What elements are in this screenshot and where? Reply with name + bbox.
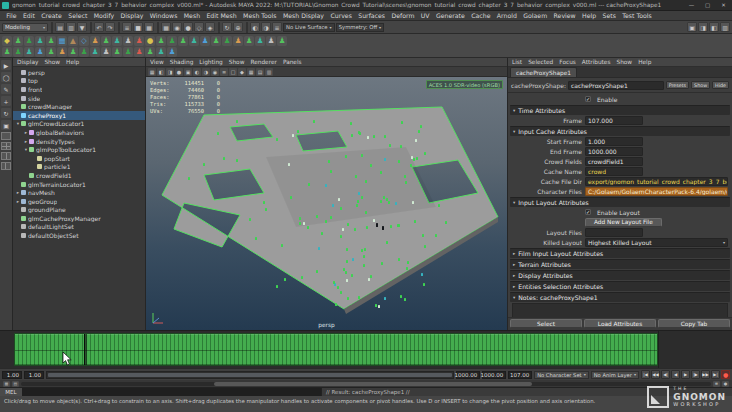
anim-layer-dropdown[interactable]: No Anim Layer ▾ (591, 371, 639, 379)
section-header-entities-selection-attributes[interactable]: ▸Entities Selection Attributes (510, 281, 730, 291)
play-backwards-button[interactable]: ◀ (671, 370, 680, 379)
lasso-tool-icon[interactable]: ◯ (1, 72, 11, 82)
crowd-agent[interactable] (367, 136, 369, 139)
start-frame-field[interactable]: 1.000 (585, 137, 643, 146)
crowd-agent[interactable] (299, 222, 301, 225)
crowd-pair-icon[interactable]: ♟ (266, 36, 276, 46)
crowd-agent[interactable] (340, 235, 342, 238)
playback-start-field[interactable]: 1.00 (24, 371, 44, 379)
crowd-agent[interactable] (351, 134, 353, 137)
pose-push-icon[interactable]: ♟ (112, 47, 122, 57)
golaem-navmesh-icon[interactable]: ◇ (79, 36, 89, 46)
crowd-agent[interactable] (332, 204, 334, 207)
crowd-agent[interactable] (405, 181, 407, 184)
isolate-select-icon[interactable]: ◧ (157, 68, 165, 76)
crowd-cheer-icon[interactable]: ♟ (233, 36, 243, 46)
crowd-agent[interactable] (381, 262, 383, 265)
rotate-tool-icon[interactable]: ↻ (1, 108, 11, 118)
menu-windows[interactable]: Windows (147, 12, 181, 19)
crowd-agent[interactable] (359, 132, 361, 135)
menu-edit[interactable]: Edit (20, 12, 38, 19)
auto-keyframe-toggle[interactable]: ● (721, 370, 730, 379)
paint-select-tool-icon[interactable]: ✎ (1, 84, 11, 94)
pose-fall-icon[interactable]: ♟ (145, 47, 155, 57)
snap-point-icon[interactable]: ● (183, 22, 193, 32)
crowd-agent[interactable] (281, 244, 283, 247)
pose-jump-icon[interactable]: ♟ (35, 47, 45, 57)
outliner-item-defaultlightset[interactable]: defaultLightSet (13, 223, 145, 232)
construction-history-icon[interactable]: ↻ (222, 22, 232, 32)
crowd-agent[interactable] (318, 247, 320, 250)
menu-sets[interactable]: Sets (599, 12, 619, 19)
hide-button[interactable]: Hide (712, 81, 729, 89)
crowd-idle-icon[interactable]: ♟ (189, 36, 199, 46)
crowd-agent[interactable] (390, 225, 392, 228)
crowd-agent[interactable] (445, 221, 447, 224)
golaem-locator-icon[interactable]: ♟ (156, 36, 166, 46)
golaem-traffic-icon[interactable]: ♟ (90, 36, 100, 46)
crowd-agent[interactable] (342, 228, 344, 231)
viewport-canvas[interactable]: Verts:1144510Edges:744600Faces:778610Tri… (146, 77, 507, 330)
golaem-cache-proxy-icon[interactable]: ♟ (123, 36, 133, 46)
crowd-agent[interactable] (383, 196, 385, 199)
golaem-terrain-icon[interactable]: ▲ (68, 36, 78, 46)
golaem-behavior-editor-icon[interactable]: ♟ (101, 36, 111, 46)
golaem-about-icon[interactable]: ◆ (2, 36, 12, 46)
two-pane-layout-button[interactable] (1, 152, 11, 160)
crowd-agent[interactable] (290, 196, 292, 199)
outliner-item-defaultobjectset[interactable]: defaultObjectSet (13, 231, 145, 240)
outliner-item-crowdmanager[interactable]: crowdManager (13, 102, 145, 111)
menu-surfaces[interactable]: Surfaces (355, 12, 388, 19)
crowd-agent[interactable] (345, 271, 347, 274)
crowd-agent[interactable] (406, 267, 408, 270)
cached-frames-timeline[interactable] (14, 333, 658, 366)
ae-menu-attributes[interactable]: Attributes (582, 59, 611, 65)
menu-uv[interactable]: UV (418, 12, 433, 19)
pose-crouch-icon[interactable]: ♟ (46, 47, 56, 57)
crowd-agent[interactable] (357, 200, 359, 203)
crowd-agent[interactable] (400, 145, 402, 148)
close-button[interactable]: ✕ (717, 1, 730, 10)
pose-dance-icon[interactable]: ♟ (79, 47, 89, 57)
menu-edit-mesh[interactable]: Edit Mesh (203, 12, 240, 19)
section-header-terrain-attributes[interactable]: ▸Terrain Attributes (510, 259, 730, 269)
outliner-item-glmterrainlocator1[interactable]: glmTerrainLocator1 (13, 180, 145, 189)
redo-icon[interactable]: ↷ (105, 22, 115, 32)
playback-end-field[interactable]: 1000.00 (456, 371, 480, 379)
crowd-agent[interactable] (378, 305, 380, 308)
crowd-agent[interactable] (412, 201, 414, 204)
toggle-channel-box-icon[interactable]: ▥ (720, 22, 730, 32)
add-new-layout-file-button[interactable]: Add New Layout File (585, 218, 662, 227)
viewport-menu-renderer[interactable]: Renderer (250, 59, 276, 65)
select-object-icon[interactable]: ■ (133, 22, 143, 32)
menu-arnold[interactable]: Arnold (494, 12, 520, 19)
crowd-agent[interactable] (361, 196, 363, 199)
go-to-start-button[interactable]: |◀ (641, 370, 650, 379)
film-gate-icon[interactable]: ▤ (256, 68, 264, 76)
menu-mesh-tools[interactable]: Mesh Tools (240, 12, 280, 19)
golaem-character-maker-icon[interactable]: ♟ (24, 36, 34, 46)
smooth-shade-icon[interactable]: ● (175, 68, 183, 76)
menu-cache[interactable]: Cache (468, 12, 494, 19)
snap-grid-icon[interactable]: ▦ (161, 22, 171, 32)
pose-carry-icon[interactable]: ♟ (101, 47, 111, 57)
section-header-input-cache-attributes[interactable]: ▾Input Cache Attributes (510, 126, 730, 136)
golaem-bake-icon[interactable]: ● (145, 36, 155, 46)
crowd-agent[interactable] (398, 258, 400, 261)
menu-deform[interactable]: Deform (388, 12, 417, 19)
crowd-agent[interactable] (420, 125, 422, 128)
crowd-agent[interactable] (328, 160, 330, 163)
crowd-agent[interactable] (384, 135, 386, 138)
section-header-film-input-layout-attributes[interactable]: ▸Film Input Layout Attributes (510, 248, 730, 258)
scale-tool-icon[interactable]: ▣ (1, 120, 11, 130)
timeline-scrollbar[interactable] (21, 382, 711, 386)
section-header-input-layout-attributes[interactable]: ▾Input Layout Attributes (510, 197, 730, 207)
crowd-agent[interactable] (407, 261, 409, 264)
outliner-item-glmcrowdlocator1[interactable]: ▾glmCrowdLocator1 (13, 120, 145, 129)
pose-climb-icon[interactable]: ♟ (167, 47, 177, 57)
viewport-menu-show[interactable]: Show (229, 59, 245, 65)
crowd-agent[interactable] (424, 245, 426, 248)
crowd-agent[interactable] (358, 192, 360, 195)
crowd-agent[interactable] (308, 183, 310, 186)
viewport-menu-panels[interactable]: Panels (283, 59, 302, 65)
